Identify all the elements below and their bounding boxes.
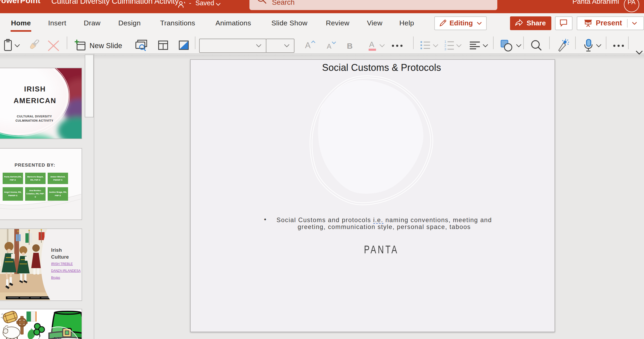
svg-text:3: 3 [444,47,446,51]
svg-text:DANZA IRLANDESA: DANZA IRLANDESA [51,269,80,273]
svg-text:CULMINATION ACTIVITY: CULMINATION ACTIVITY [15,119,53,122]
svg-text:IRISH: IRISH [24,85,46,93]
svg-text:PMHNP-S: PMHNP-S [53,178,62,181]
svg-text:FNP-S: FNP-S [10,178,16,181]
svg-text:2: 2 [444,43,446,47]
svg-text:Amber Mitchell,: Amber Mitchell, [50,175,65,178]
svg-text:Brujas: Brujas [51,276,60,280]
svg-text:Ana Benitez-: Ana Benitez- [29,189,41,191]
svg-text:AMERICAN: AMERICAN [14,97,56,105]
svg-text:Arts,: Arts, [53,336,63,339]
svg-text:PRESENTED BY:: PRESENTED BY: [15,162,55,167]
svg-text:Culture: Culture [51,254,69,260]
svg-text:1: 1 [444,40,446,44]
svg-text:Panta Abrhimi,RN,: Panta Abrhimi,RN, [4,175,21,178]
svg-text:IRISH TREBLE: IRISH TREBLE [51,262,73,266]
svg-text:PMHNP-S: PMHNP-S [8,194,17,196]
svg-text:Justine Braga, RN,: Justine Braga, RN, [49,191,67,193]
svg-text:CULTURAL DIVERSITY: CULTURAL DIVERSITY [17,115,52,118]
svg-text:Irish: Irish [51,247,62,253]
svg-text:Mariecris Baquir,: Mariecris Baquir, [27,175,43,178]
svg-text:Angel Uzoma, RN,: Angel Uzoma, RN, [4,191,21,193]
svg-text:Ceballos, RN, FNP-: Ceballos, RN, FNP- [26,192,44,195]
svg-text:RN, FNP-S: RN, FNP-S [30,178,40,181]
svg-text:FNP-S: FNP-S [55,194,61,196]
svg-text:S: S [35,195,36,198]
